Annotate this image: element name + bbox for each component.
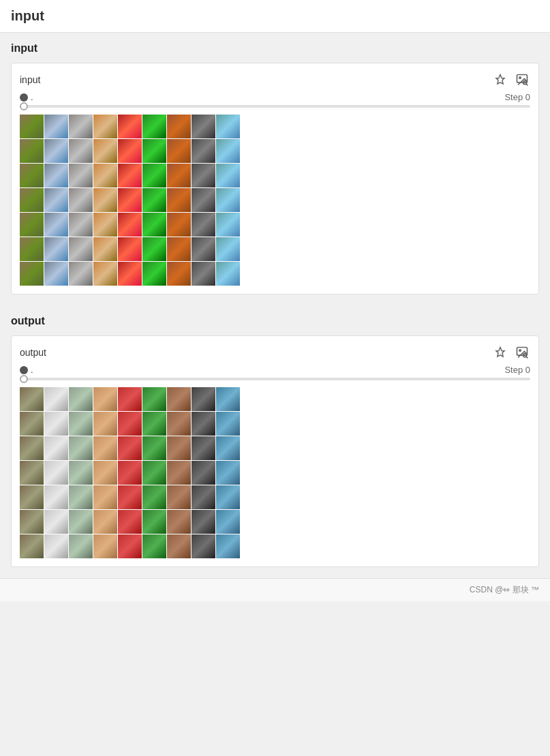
list-item[interactable] [20, 237, 44, 261]
list-item[interactable] [192, 115, 215, 138]
list-item[interactable] [69, 485, 93, 509]
list-item[interactable] [167, 115, 191, 138]
list-item[interactable] [216, 387, 240, 411]
list-item[interactable] [93, 213, 117, 237]
list-item[interactable] [216, 115, 240, 138]
list-item[interactable] [69, 188, 93, 212]
list-item[interactable] [118, 534, 142, 558]
list-item[interactable] [44, 412, 68, 436]
list-item[interactable] [20, 164, 44, 187]
list-item[interactable] [93, 485, 117, 509]
list-item[interactable] [93, 164, 117, 187]
list-item[interactable] [69, 164, 93, 187]
list-item[interactable] [216, 534, 240, 558]
list-item[interactable] [118, 387, 142, 411]
list-item[interactable] [142, 461, 166, 485]
list-item[interactable] [216, 461, 240, 485]
list-item[interactable] [216, 485, 240, 509]
list-item[interactable] [93, 115, 117, 138]
list-item[interactable] [216, 139, 240, 163]
list-item[interactable] [192, 387, 215, 411]
list-item[interactable] [93, 188, 117, 212]
list-item[interactable] [20, 510, 44, 534]
list-item[interactable] [93, 237, 117, 261]
list-item[interactable] [142, 164, 166, 187]
list-item[interactable] [20, 139, 44, 163]
list-item[interactable] [44, 461, 68, 485]
list-item[interactable] [192, 139, 215, 163]
list-item[interactable] [44, 510, 68, 534]
list-item[interactable] [167, 387, 191, 411]
list-item[interactable] [167, 164, 191, 187]
list-item[interactable] [142, 436, 166, 460]
list-item[interactable] [118, 262, 142, 286]
list-item[interactable] [20, 485, 44, 509]
list-item[interactable] [216, 436, 240, 460]
list-item[interactable] [44, 139, 68, 163]
list-item[interactable] [20, 188, 44, 212]
list-item[interactable] [44, 436, 68, 460]
list-item[interactable] [118, 485, 142, 509]
list-item[interactable] [167, 237, 191, 261]
list-item[interactable] [167, 461, 191, 485]
list-item[interactable] [69, 115, 93, 138]
list-item[interactable] [142, 188, 166, 212]
list-item[interactable] [93, 461, 117, 485]
list-item[interactable] [118, 188, 142, 212]
list-item[interactable] [216, 510, 240, 534]
list-item[interactable] [44, 164, 68, 187]
list-item[interactable] [69, 461, 93, 485]
list-item[interactable] [20, 262, 44, 286]
output-pin-icon[interactable] [492, 344, 508, 361]
list-item[interactable] [118, 139, 142, 163]
list-item[interactable] [118, 237, 142, 261]
list-item[interactable] [142, 412, 166, 436]
list-item[interactable] [20, 436, 44, 460]
list-item[interactable] [192, 534, 215, 558]
list-item[interactable] [167, 213, 191, 237]
list-item[interactable] [167, 436, 191, 460]
list-item[interactable] [142, 139, 166, 163]
list-item[interactable] [44, 534, 68, 558]
list-item[interactable] [216, 188, 240, 212]
list-item[interactable] [167, 188, 191, 212]
list-item[interactable] [93, 412, 117, 436]
list-item[interactable] [20, 534, 44, 558]
input-slider-row[interactable] [20, 105, 530, 108]
list-item[interactable] [142, 534, 166, 558]
list-item[interactable] [93, 436, 117, 460]
list-item[interactable] [20, 412, 44, 436]
list-item[interactable] [118, 461, 142, 485]
list-item[interactable] [142, 387, 166, 411]
list-item[interactable] [69, 387, 93, 411]
list-item[interactable] [192, 412, 215, 436]
list-item[interactable] [44, 262, 68, 286]
list-item[interactable] [93, 262, 117, 286]
list-item[interactable] [93, 387, 117, 411]
list-item[interactable] [69, 534, 93, 558]
list-item[interactable] [192, 237, 215, 261]
list-item[interactable] [69, 139, 93, 163]
list-item[interactable] [69, 510, 93, 534]
list-item[interactable] [20, 461, 44, 485]
list-item[interactable] [93, 139, 117, 163]
list-item[interactable] [118, 213, 142, 237]
list-item[interactable] [118, 510, 142, 534]
list-item[interactable] [44, 213, 68, 237]
list-item[interactable] [69, 213, 93, 237]
list-item[interactable] [216, 164, 240, 187]
list-item[interactable] [44, 485, 68, 509]
list-item[interactable] [167, 485, 191, 509]
input-image-search-icon[interactable] [514, 72, 530, 88]
input-pin-icon[interactable] [492, 72, 508, 88]
list-item[interactable] [20, 213, 44, 237]
list-item[interactable] [192, 213, 215, 237]
list-item[interactable] [167, 412, 191, 436]
list-item[interactable] [69, 412, 93, 436]
list-item[interactable] [69, 262, 93, 286]
list-item[interactable] [20, 387, 44, 411]
list-item[interactable] [44, 115, 68, 138]
list-item[interactable] [142, 262, 166, 286]
list-item[interactable] [69, 237, 93, 261]
list-item[interactable] [44, 387, 68, 411]
